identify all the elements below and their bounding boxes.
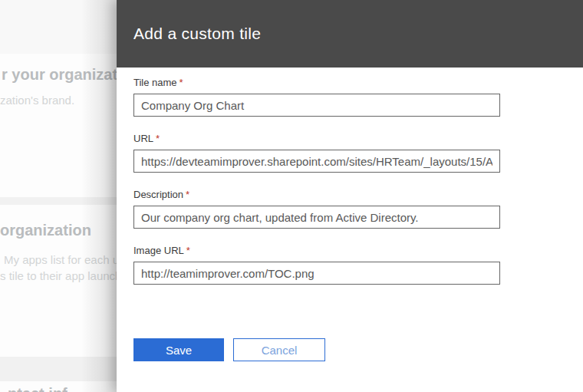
background-text-brand: zation's brand. [0, 94, 74, 107]
required-asterisk: * [180, 77, 183, 88]
save-button[interactable]: Save [133, 338, 224, 361]
url-input[interactable] [133, 150, 500, 173]
image-url-input[interactable] [133, 262, 500, 285]
button-row: Save Cancel [133, 338, 566, 361]
description-label: Description* [133, 189, 566, 200]
background-heading-contact-info: ntact inf [8, 385, 68, 392]
background-page: r your organization zation's brand. orga… [0, 0, 117, 392]
background-top-band [0, 0, 117, 54]
field-image-url: Image URL* [133, 245, 566, 285]
required-asterisk: * [186, 245, 190, 256]
field-description: Description* [133, 189, 566, 229]
tile-name-input[interactable] [133, 94, 500, 117]
tile-name-label: Tile name* [133, 77, 566, 88]
image-url-label: Image URL* [133, 245, 566, 256]
required-asterisk: * [186, 189, 189, 200]
panel-body: Tile name* URL* Description* Image URL* … [117, 68, 583, 361]
image-url-label-text: Image URL [133, 245, 184, 256]
required-asterisk: * [156, 133, 160, 144]
background-heading-custom-tiles: organization [0, 222, 91, 239]
description-input[interactable] [133, 206, 500, 229]
field-url: URL* [133, 133, 566, 173]
cancel-button[interactable]: Cancel [233, 338, 325, 361]
description-label-text: Description [133, 189, 183, 200]
tile-name-label-text: Tile name [133, 77, 177, 88]
add-custom-tile-panel: Add a custom tile Tile name* URL* Descri… [117, 0, 583, 392]
url-label: URL* [133, 133, 566, 144]
panel-header: Add a custom tile [117, 0, 583, 68]
field-tile-name: Tile name* [133, 77, 566, 117]
url-label-text: URL [133, 133, 153, 144]
panel-title: Add a custom tile [133, 25, 261, 43]
